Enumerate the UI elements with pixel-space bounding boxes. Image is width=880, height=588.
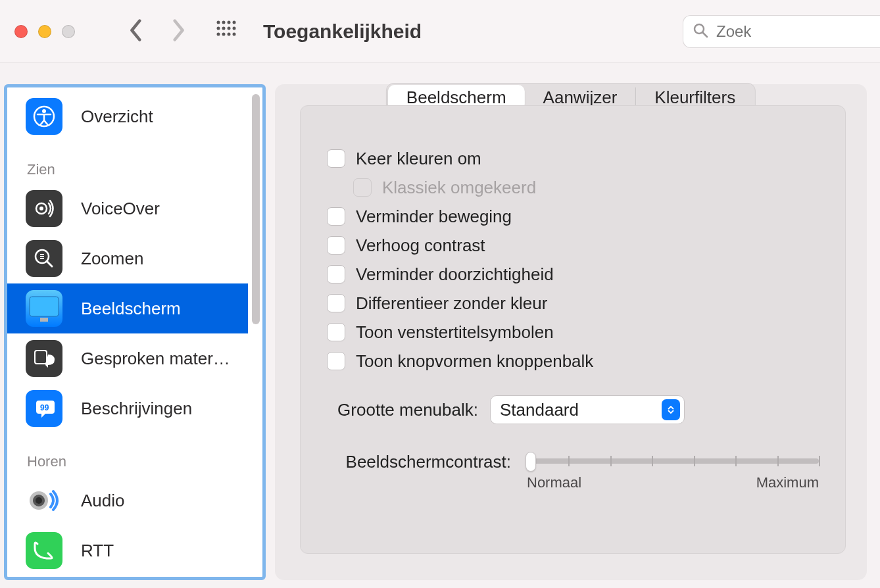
checkbox-label: Verminder beweging [356, 207, 512, 227]
svg-line-13 [702, 32, 707, 37]
search-field[interactable] [683, 15, 880, 48]
checkbox-label: Toon knopvormen knoppenbalk [356, 351, 593, 372]
svg-point-11 [233, 32, 236, 36]
display-icon [26, 290, 62, 327]
contrast-label: Beeldschermcontrast: [327, 452, 511, 472]
audio-icon [26, 482, 62, 519]
search-input[interactable] [716, 22, 871, 41]
descriptions-icon: 99 [26, 390, 62, 427]
contrast-slider[interactable] [527, 458, 819, 464]
checkbox-reduce-transparency[interactable]: Verminder doorzichtigheid [327, 264, 819, 285]
sidebar-item-label: Zoomen [81, 249, 143, 269]
svg-point-3 [233, 20, 236, 24]
sidebar-scrollbar[interactable] [252, 94, 260, 324]
checkbox-invert-colors[interactable]: Keer kleuren om [327, 148, 819, 169]
checkbox-icon [327, 352, 345, 370]
sidebar-group-zien: Zien [7, 141, 248, 184]
contrast-row: Beeldschermcontrast: Normaal [327, 452, 819, 491]
window-controls [14, 25, 75, 38]
rtt-icon [26, 532, 62, 569]
checkbox-label: Toon venstertitelsymbolen [356, 322, 554, 343]
slider-max-label: Maximum [756, 474, 819, 491]
svg-point-15 [42, 109, 46, 113]
sidebar-item-display[interactable]: Beeldscherm [7, 283, 248, 333]
forward-button [170, 19, 187, 44]
nav-arrows [128, 19, 187, 44]
svg-rect-23 [30, 297, 59, 316]
back-button[interactable] [128, 19, 145, 44]
sidebar-item-zoom[interactable]: Zoomen [7, 233, 248, 283]
sidebar-item-voiceover[interactable]: VoiceOver [7, 184, 248, 233]
checkbox-label: Differentieer zonder kleur [356, 293, 547, 314]
svg-text:99: 99 [40, 403, 49, 412]
svg-point-7 [233, 26, 236, 30]
checkbox-label: Keer kleuren om [356, 149, 481, 169]
sidebar-item-label: VoiceOver [81, 199, 160, 219]
sidebar: Overzicht Zien VoiceOver Zoomen Beeld [4, 84, 266, 580]
sidebar-item-label: RTT [81, 541, 114, 561]
sidebar-item-label: Beeldscherm [81, 299, 181, 319]
svg-point-17 [39, 207, 43, 210]
svg-rect-25 [40, 318, 48, 322]
svg-point-1 [222, 20, 226, 24]
checkbox-icon [327, 207, 345, 226]
select-value: Standaard [500, 400, 579, 420]
sidebar-item-audio[interactable]: Audio [7, 476, 248, 526]
sidebar-item-label: Overzicht [81, 107, 153, 127]
slider-thumb[interactable] [526, 452, 536, 472]
minimize-window-button[interactable] [38, 25, 51, 38]
menubar-size-row: Grootte menubalk: Standaard [327, 395, 819, 424]
checkbox-differentiate-without-color[interactable]: Differentieer zonder kleur [327, 293, 819, 314]
sidebar-item-label: Audio [81, 491, 125, 511]
svg-point-4 [217, 26, 220, 30]
slider-min-label: Normaal [527, 474, 581, 491]
checkbox-show-toolbar-button-shapes[interactable]: Toon knopvormen knoppenbalk [327, 351, 819, 372]
svg-point-2 [228, 20, 231, 24]
svg-point-0 [217, 20, 220, 24]
svg-point-5 [222, 26, 226, 30]
svg-point-30 [36, 497, 42, 504]
checkbox-label: Klassiek omgekeerd [382, 178, 536, 198]
sidebar-item-overview[interactable]: Overzicht [7, 91, 248, 141]
page-title: Toegankelijkheid [263, 20, 422, 43]
sidebar-group-horen: Horen [7, 433, 248, 476]
close-window-button[interactable] [14, 25, 28, 38]
svg-line-19 [47, 261, 52, 266]
svg-point-6 [228, 26, 231, 30]
checkbox-label: Verminder doorzichtigheid [356, 264, 554, 285]
select-arrows-icon [662, 399, 680, 420]
menubar-size-label: Grootte menubalk: [327, 400, 478, 420]
checkbox-icon [327, 236, 345, 255]
sidebar-item-spoken-content[interactable]: Gesproken mater… [7, 333, 248, 383]
svg-point-8 [217, 32, 220, 36]
sidebar-item-label: Beschrijvingen [81, 399, 192, 419]
checkbox-show-titlebar-icons[interactable]: Toon venstertitelsymbolen [327, 322, 819, 343]
sidebar-item-label: Gesproken mater… [81, 349, 230, 369]
content-pane: Beeldscherm Aanwijzer Kleurfilters Keer … [275, 84, 867, 580]
checkbox-icon [327, 323, 345, 341]
show-all-button[interactable] [216, 20, 237, 43]
search-icon [693, 22, 708, 41]
checkbox-label: Verhoog contrast [356, 235, 485, 256]
zoom-window-button [62, 25, 75, 38]
svg-point-10 [228, 32, 231, 36]
sidebar-item-descriptions[interactable]: 99 Beschrijvingen [7, 383, 248, 433]
settings-panel: Keer kleuren om Klassiek omgekeerd Vermi… [300, 105, 846, 554]
svg-rect-26 [35, 351, 47, 364]
checkbox-icon [327, 149, 345, 168]
toolbar: Toegankelijkheid [0, 0, 880, 63]
checkbox-increase-contrast[interactable]: Verhoog contrast [327, 235, 819, 256]
checkbox-classic-invert: Klassiek omgekeerd [353, 177, 819, 198]
checkbox-icon [353, 178, 372, 197]
zoom-icon [26, 240, 62, 277]
voiceover-icon [26, 190, 62, 227]
checkbox-reduce-motion[interactable]: Verminder beweging [327, 206, 819, 227]
accessibility-icon [26, 98, 62, 135]
svg-point-9 [222, 32, 226, 36]
checkbox-icon [327, 265, 345, 283]
sidebar-item-rtt[interactable]: RTT [7, 526, 248, 576]
menubar-size-select[interactable]: Standaard [490, 395, 685, 424]
spoken-content-icon [26, 340, 62, 377]
checkbox-icon [327, 294, 345, 312]
